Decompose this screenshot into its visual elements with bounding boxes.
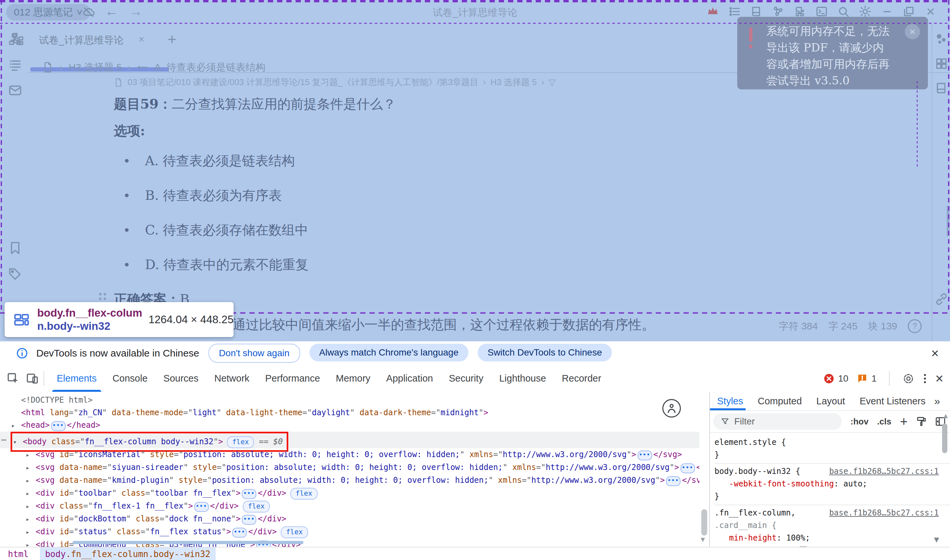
option-item[interactable]: •D. 待查表中的元素不能重复 — [114, 255, 681, 274]
expand-inline-icon[interactable]: ••• — [242, 489, 256, 499]
styles-tab-layout[interactable]: Layout — [809, 392, 852, 410]
graph-icon[interactable] — [772, 5, 784, 18]
expand-inline-icon[interactable]: ••• — [51, 421, 66, 431]
dock-outline-icon[interactable] — [8, 58, 22, 72]
tab-sources[interactable]: Sources — [156, 365, 206, 392]
infobar-button-don-t-show-again[interactable]: Don't show again — [208, 344, 300, 363]
doc-path-tail[interactable]: H3 选择题 5 — [491, 77, 537, 88]
dock-graph-dots-icon[interactable] — [935, 32, 948, 46]
css-property[interactable]: min-height: 100%; — [714, 532, 950, 544]
toast-close-icon[interactable]: × — [905, 24, 920, 39]
stylesheet-link[interactable]: base.f1b268…5bc27.css:1 — [829, 465, 939, 478]
app-scrollbar-thumb[interactable] — [947, 206, 949, 236]
document-icon[interactable] — [42, 62, 54, 73]
infobar-button-always-match-chrome-s-language[interactable]: Always match Chrome's language — [309, 344, 468, 362]
theme-sun-icon[interactable] — [859, 5, 871, 18]
inspect-element-icon[interactable] — [6, 372, 20, 385]
dom-node[interactable]: <html lang="zh_CN" data-theme-mode="ligh… — [0, 406, 699, 419]
settings-gear-icon[interactable] — [902, 372, 915, 385]
styles-tab-computed[interactable]: Computed — [750, 392, 809, 410]
kebab-menu-icon[interactable] — [922, 372, 927, 385]
flex-badge[interactable]: flex — [243, 501, 270, 512]
dom-node[interactable]: ▸<div class="fn__flex-1 fn__flex">•••</d… — [0, 500, 699, 512]
tab-tree-icon[interactable] — [11, 32, 25, 46]
expand-arrow-icon[interactable]: ▸ — [26, 538, 35, 547]
expand-arrow-icon[interactable]: ▸ — [11, 419, 21, 432]
expand-inline-icon[interactable]: ••• — [681, 463, 695, 473]
expand-inline-icon[interactable]: ••• — [637, 451, 652, 460]
filter-funnel-icon[interactable]: ▽ — [549, 77, 556, 88]
dom-hscrollbar-thumb[interactable] — [72, 541, 303, 544]
expand-arrow-icon[interactable]: ▸ — [26, 513, 35, 525]
expand-arrow-icon[interactable]: ▸ — [26, 526, 35, 538]
devtools-close-icon[interactable]: × — [935, 371, 944, 386]
device-toolbar-icon[interactable] — [26, 372, 39, 385]
dock-inbox-mail-icon[interactable] — [8, 83, 22, 98]
breadcrumb-html[interactable]: html — [8, 549, 29, 559]
expand-arrow-icon[interactable]: ▸ — [26, 474, 35, 487]
option-item[interactable]: •C. 待查表必须存储在数组中 — [114, 221, 681, 239]
rule-selector[interactable]: element.style { — [714, 436, 950, 449]
dom-node[interactable]: ▸<head>•••</head> — [0, 419, 699, 432]
styles-scrollbar-thumb[interactable] — [942, 423, 947, 453]
doc-path-text[interactable]: 03 项目笔记/010 课程建设/003 计算思维导论/15 复习题_《计算思维… — [128, 77, 478, 88]
file-icon[interactable] — [114, 78, 123, 87]
help-icon[interactable]: ? — [908, 319, 922, 333]
expand-arrow-icon[interactable]: ▸ — [26, 462, 35, 474]
toggle-hov[interactable]: :hov — [850, 417, 868, 427]
rule-selector[interactable]: .card__main { — [714, 519, 950, 532]
expand-inline-icon[interactable]: ••• — [242, 515, 256, 525]
dock-bookmark-icon[interactable] — [8, 241, 22, 255]
scroll-up-icon[interactable]: ▲ — [942, 412, 949, 420]
rule-selector[interactable]: body.body--win32 {base.f1b268…5bc27.css:… — [714, 465, 950, 478]
infobar-button-switch-devtools-to-chinese[interactable]: Switch DevTools to Chinese — [477, 344, 612, 362]
overflow-tabs-icon[interactable]: » — [934, 395, 940, 407]
option-item[interactable]: •A. 待查表必须是链表结构 — [114, 152, 681, 170]
dock-panel-grid-icon[interactable] — [935, 57, 948, 71]
dom-node[interactable]: <!DOCTYPE html> — [0, 394, 699, 406]
styles-tab-event-listeners[interactable]: Event Listeners — [852, 392, 933, 410]
window-close-icon[interactable]: × — [924, 5, 937, 18]
dock-backlink-icon[interactable] — [935, 292, 948, 306]
tab-performance[interactable]: Performance — [257, 365, 328, 392]
stylesheet-link[interactable]: base.f1b268…5bc27.css:1 — [829, 506, 939, 519]
dom-node[interactable]: ▸<svg id="iconsMaterial" style="position… — [0, 448, 699, 461]
styles-scrollbar[interactable]: ▲ — [942, 412, 949, 453]
option-item[interactable]: •B. 待查表必须为有序表 — [114, 186, 681, 205]
tab-security[interactable]: Security — [441, 365, 491, 392]
dom-node[interactable]: ▸<div id="status" class="fn__flex status… — [0, 525, 699, 538]
dock-tag-icon[interactable] — [8, 266, 22, 281]
dom-node[interactable]: ▸<div id="toolbar" class="toolbar fn__fl… — [0, 487, 699, 500]
window-restore-icon[interactable] — [902, 5, 915, 18]
flex-badge[interactable]: flex — [290, 488, 318, 500]
styles-filter-input[interactable]: Filter — [713, 413, 842, 430]
infobar-close-icon[interactable]: × — [931, 346, 939, 361]
css-property[interactable]: display: flex; — [714, 544, 950, 547]
doc-tree-list-icon[interactable] — [728, 5, 741, 18]
terminal-icon[interactable] — [815, 5, 828, 18]
options-label-block[interactable]: 选项: — [114, 122, 681, 140]
dom-scrollbar-thumb[interactable] — [701, 509, 707, 535]
expand-inline-icon[interactable]: ••• — [194, 502, 209, 512]
dock-book-icon[interactable] — [935, 81, 948, 95]
flex-badge[interactable]: flex — [227, 436, 254, 448]
tab-console[interactable]: Console — [105, 365, 156, 392]
console-errors[interactable]: 10 — [823, 373, 848, 385]
tab-memory[interactable]: Memory — [328, 365, 378, 392]
expand-arrow-icon[interactable]: ▸ — [26, 487, 35, 500]
vip-crown-icon[interactable] — [707, 5, 719, 18]
expand-arrow-icon[interactable]: ▸ — [26, 500, 35, 512]
scroll-down-icon[interactable]: ▼ — [932, 535, 941, 545]
dom-node[interactable]: ▸<svg data-name="kmind-plugin" style="po… — [0, 474, 699, 487]
tab-lighthouse[interactable]: Lighthouse — [491, 365, 554, 392]
window-minimize-icon[interactable]: − — [881, 5, 893, 18]
dom-scrollbar[interactable]: ▾ — [699, 392, 709, 547]
expand-inline-icon[interactable]: ••• — [666, 476, 681, 486]
tab-exam-doc[interactable]: 试卷_计算思维导论 — [39, 34, 124, 47]
expand-arrow-icon[interactable]: ▾ — [13, 434, 23, 450]
breadcrumb-item[interactable]: A. 待查表必须是链表结构 — [154, 61, 266, 74]
question-block[interactable]: 题目59：二分查找算法应用的前提条件是什么？ — [114, 95, 681, 113]
styles-tab-styles[interactable]: Styles — [710, 392, 750, 410]
console-warnings[interactable]: 1 — [856, 373, 877, 385]
node-menu-dots-icon[interactable]: ⋯ — [1, 432, 6, 448]
